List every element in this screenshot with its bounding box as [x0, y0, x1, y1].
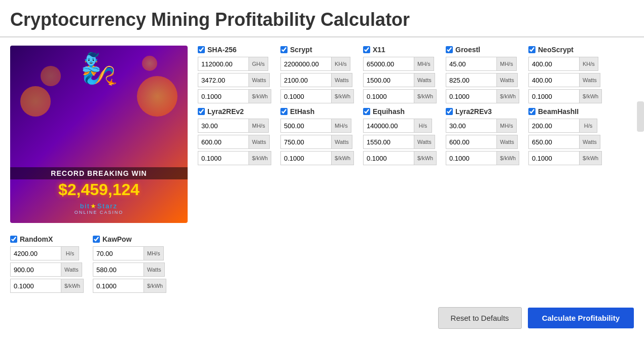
cost-input-equihash[interactable]: [363, 151, 414, 165]
cost-row-randomx: $/kWh: [10, 279, 89, 293]
hashrate-input-sha256[interactable]: [198, 57, 248, 71]
cost-input-lyra2rev3[interactable]: [446, 151, 496, 165]
power-unit-groestl: Watts: [496, 73, 518, 87]
power-input-groestl[interactable]: [446, 73, 496, 87]
algo-checkbox-lyra2rev2[interactable]: [198, 108, 205, 115]
algo-name-kawpow: KawPow: [102, 235, 132, 243]
hashrate-unit-beamhashii: H/s: [579, 119, 597, 133]
hashrate-input-lyra2rev2[interactable]: [198, 119, 248, 133]
ad-banner[interactable]: 🧞 RECORD BREAKING WIN $2,459,124 bit★Sta…: [10, 46, 188, 223]
cost-unit-equihash: $/kWh: [414, 151, 437, 165]
ad-record-text: RECORD BREAKING WIN: [10, 167, 188, 179]
algo-header-randomx: RandomX: [10, 235, 89, 243]
algo-checkbox-scrypt[interactable]: [280, 46, 288, 53]
algo-checkbox-beamhashii[interactable]: [528, 108, 535, 115]
algo-card-kawpow: KawPowMH/sWatts$/kWh: [93, 235, 171, 293]
hashrate-input-x11[interactable]: [363, 57, 414, 71]
algo-name-equihash: Equihash: [373, 107, 405, 116]
hashrate-input-ethash[interactable]: [280, 119, 331, 133]
hashrate-input-beamhashii[interactable]: [528, 119, 579, 133]
hashrate-unit-scrypt: KH/s: [331, 57, 350, 71]
power-input-kawpow[interactable]: [93, 262, 144, 277]
algo-header-lyra2rev2: Lyra2REv2: [198, 107, 276, 116]
algo-row-2: Lyra2REv2MH/sWatts$/kWhEtHashMH/sWatts$/…: [198, 107, 634, 165]
cost-row-equihash: $/kWh: [363, 151, 442, 165]
cost-input-lyra2rev2[interactable]: [198, 151, 248, 165]
calculate-button[interactable]: Calculate Profitability: [528, 308, 634, 328]
power-row-neoscrypt: Watts: [528, 73, 607, 87]
cost-unit-beamhashii: $/kWh: [579, 151, 602, 165]
ad-logo-star: ★: [90, 202, 97, 210]
cost-input-randomx[interactable]: [10, 279, 61, 293]
hashrate-input-lyra2rev3[interactable]: [446, 119, 496, 133]
algo-card-randomx: RandomXH/sWatts$/kWh: [10, 235, 89, 293]
algo-checkbox-x11[interactable]: [363, 46, 370, 53]
power-input-equihash[interactable]: [363, 135, 414, 149]
algo-header-groestl: Groestl: [446, 46, 524, 54]
algo-header-neoscrypt: NeoScrypt: [528, 46, 607, 54]
hashrate-input-equihash[interactable]: [363, 119, 414, 133]
algo-header-beamhashii: BeamHashII: [528, 107, 607, 116]
cost-input-kawpow[interactable]: [93, 279, 144, 293]
algo-card-beamhashii: BeamHashIIH/sWatts$/kWh: [528, 107, 607, 165]
algo-checkbox-groestl[interactable]: [446, 46, 453, 53]
power-input-lyra2rev3[interactable]: [446, 135, 496, 149]
power-input-lyra2rev2[interactable]: [198, 135, 248, 149]
cost-input-groestl[interactable]: [446, 89, 496, 103]
algo-checkbox-neoscrypt[interactable]: [528, 46, 535, 53]
algo-checkbox-randomx[interactable]: [10, 236, 17, 243]
algo-checkbox-equihash[interactable]: [363, 108, 370, 115]
power-row-groestl: Watts: [446, 73, 524, 87]
hashrate-input-kawpow[interactable]: [93, 246, 144, 260]
hashrate-input-scrypt[interactable]: [280, 57, 331, 71]
algo-card-sha256: SHA-256GH/sWatts$/kWh: [198, 46, 276, 103]
hashrate-unit-lyra2rev3: MH/s: [496, 119, 517, 133]
algo-card-ethash: EtHashMH/sWatts$/kWh: [280, 107, 359, 165]
cost-input-x11[interactable]: [363, 89, 414, 103]
hashrate-row-equihash: H/s: [363, 119, 442, 133]
algo-name-lyra2rev2: Lyra2REv2: [207, 107, 244, 116]
power-input-sha256[interactable]: [198, 73, 248, 87]
algo-name-ethash: EtHash: [290, 107, 314, 116]
hashrate-unit-ethash: MH/s: [331, 119, 351, 133]
hashrate-input-groestl[interactable]: [446, 57, 496, 71]
cost-input-beamhashii[interactable]: [528, 151, 579, 165]
cost-input-scrypt[interactable]: [280, 89, 331, 103]
algo-name-neoscrypt: NeoScrypt: [538, 46, 574, 54]
power-row-lyra2rev2: Watts: [198, 135, 276, 149]
cost-unit-x11: $/kWh: [414, 89, 437, 103]
cost-row-ethash: $/kWh: [280, 151, 359, 165]
hashrate-unit-equihash: H/s: [414, 119, 432, 133]
power-input-ethash[interactable]: [280, 135, 331, 149]
power-input-beamhashii[interactable]: [528, 135, 579, 149]
power-unit-beamhashii: Watts: [579, 135, 600, 149]
algo-header-ethash: EtHash: [280, 107, 359, 116]
power-input-neoscrypt[interactable]: [528, 73, 579, 87]
algo-checkbox-ethash[interactable]: [280, 108, 288, 115]
bottom-row: Reset to Defaults Calculate Profitabilit…: [0, 301, 644, 337]
cost-unit-lyra2rev3: $/kWh: [496, 151, 519, 165]
cost-input-neoscrypt[interactable]: [528, 89, 579, 103]
cost-row-lyra2rev2: $/kWh: [198, 151, 276, 165]
power-unit-equihash: Watts: [414, 135, 435, 149]
power-input-randomx[interactable]: [10, 262, 61, 277]
scrollbar[interactable]: [637, 101, 644, 132]
hashrate-row-scrypt: KH/s: [280, 57, 359, 71]
hashrate-row-sha256: GH/s: [198, 57, 276, 71]
power-input-scrypt[interactable]: [280, 73, 331, 87]
reset-button[interactable]: Reset to Defaults: [438, 307, 522, 329]
power-input-x11[interactable]: [363, 73, 414, 87]
algo-checkbox-sha256[interactable]: [198, 46, 205, 53]
power-unit-lyra2rev3: Watts: [496, 135, 518, 149]
cost-input-ethash[interactable]: [280, 151, 331, 165]
power-unit-scrypt: Watts: [331, 73, 352, 87]
algo-checkbox-kawpow[interactable]: [93, 236, 100, 243]
hashrate-input-randomx[interactable]: [10, 246, 61, 260]
hashrate-input-neoscrypt[interactable]: [528, 57, 579, 71]
cost-row-sha256: $/kWh: [198, 89, 276, 103]
cost-row-beamhashii: $/kWh: [528, 151, 607, 165]
algo-checkbox-lyra2rev3[interactable]: [446, 108, 453, 115]
algo-card-scrypt: ScryptKH/sWatts$/kWh: [280, 46, 359, 103]
power-row-ethash: Watts: [280, 135, 359, 149]
cost-input-sha256[interactable]: [198, 89, 248, 103]
